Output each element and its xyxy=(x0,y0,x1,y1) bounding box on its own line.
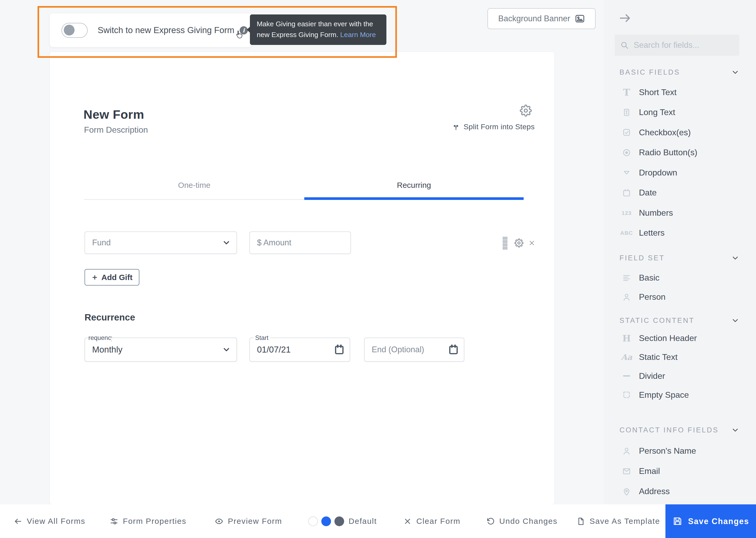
express-giving-toggle-card: Switch to new Express Giving Form i xyxy=(50,13,252,47)
split-form-into-steps-button[interactable]: Split Form into Steps xyxy=(452,123,535,131)
plus-icon xyxy=(91,274,98,281)
sidebar-item-label: Empty Space xyxy=(639,390,689,400)
end-date-field[interactable]: End (Optional) xyxy=(364,338,464,362)
theme-dot-white[interactable] xyxy=(308,516,318,526)
x-icon xyxy=(403,517,412,526)
background-banner-button[interactable]: Background Banner xyxy=(488,8,595,29)
save-as-template-button[interactable]: Save As Template xyxy=(577,504,660,538)
sidebar-item-divider[interactable]: Divider xyxy=(621,367,739,386)
sidebar-item-label: Static Text xyxy=(639,352,678,362)
save-changes-button[interactable]: Save Changes xyxy=(665,504,756,538)
section-title: BASIC FIELDS xyxy=(620,68,680,77)
amount-input[interactable]: $ Amount xyxy=(249,232,351,254)
search-icon xyxy=(620,41,629,50)
short-text-icon: T xyxy=(621,87,633,97)
sidebar-item-checkbox-es[interactable]: Checkbox(es) xyxy=(621,123,739,143)
sidebar-section-field-set[interactable]: FIELD SET xyxy=(620,252,739,264)
view-all-forms-button[interactable]: View All Forms xyxy=(14,504,85,538)
search-input[interactable] xyxy=(634,40,734,50)
document-icon xyxy=(577,517,585,526)
tooltip-line-1: Make Giving easier than ever with the xyxy=(257,19,386,29)
save-changes-label: Save Changes xyxy=(688,517,749,526)
person-icon xyxy=(621,293,633,301)
form-description[interactable]: Form Description xyxy=(84,125,148,135)
drag-handle-icon[interactable] xyxy=(498,236,512,250)
sidebar-item-label: Numbers xyxy=(639,208,673,218)
sidebar-item-letters[interactable]: ABCLetters xyxy=(621,223,739,243)
end-date-placeholder: End (Optional) xyxy=(372,345,424,354)
divider-icon xyxy=(621,371,633,380)
calendar-icon[interactable] xyxy=(448,344,459,355)
sidebar-item-static-text[interactable]: AaStatic Text xyxy=(621,348,739,367)
frequency-label: Frequency xyxy=(89,334,112,342)
eye-icon xyxy=(215,517,223,526)
field-search xyxy=(615,35,739,56)
add-gift-button[interactable]: Add Gift xyxy=(84,269,139,286)
toolbar-item-label: Undo Changes xyxy=(499,517,557,526)
sidebar-item-radio-button-s[interactable]: Radio Button(s) xyxy=(621,143,739,163)
start-date-value: 01/07/21 xyxy=(257,345,291,355)
form-title[interactable]: New Form xyxy=(83,107,144,122)
tab-one-time[interactable]: One-time xyxy=(178,181,210,190)
sidebar-item-label: Dropdown xyxy=(639,168,677,178)
remove-gift-icon[interactable] xyxy=(528,239,536,247)
arrow-left-icon xyxy=(14,517,22,526)
sidebar-item-date[interactable]: Date xyxy=(621,183,739,203)
tab-recurring[interactable]: Recurring xyxy=(397,181,431,190)
chevron-down-icon xyxy=(223,239,230,247)
cursor-pointer-icon xyxy=(234,29,244,40)
sidebar-section-static-content[interactable]: STATIC CONTENT xyxy=(620,314,739,327)
sidebar-item-label: Person xyxy=(639,292,665,302)
chevron-down-icon xyxy=(731,426,739,434)
sidebar-item-empty-space[interactable]: Empty Space xyxy=(621,385,739,404)
checkbox-icon xyxy=(621,128,633,137)
recurrence-heading: Recurrence xyxy=(84,312,135,323)
calendar-icon[interactable] xyxy=(334,344,345,355)
toggle-knob xyxy=(64,25,74,35)
gift-settings-gear-icon[interactable] xyxy=(514,239,523,247)
sidebar-item-short-text[interactable]: TShort Text xyxy=(621,82,739,102)
preview-form-button[interactable]: Preview Form xyxy=(215,504,282,538)
form-properties-button[interactable]: Form Properties xyxy=(110,504,186,538)
undo-changes-button[interactable]: Undo Changes xyxy=(486,504,557,538)
sidebar-item-email[interactable]: Email xyxy=(621,461,739,481)
tooltip-line-2: new Express Giving Form. Learn More xyxy=(257,29,386,40)
sidebar-item-numbers[interactable]: 123Numbers xyxy=(621,203,739,223)
sidebar-item-label: Person's Name xyxy=(639,446,696,456)
form-settings-gear-icon[interactable] xyxy=(520,105,532,117)
theme-dot-dark[interactable] xyxy=(334,516,344,526)
toolbar-item-label: View All Forms xyxy=(27,517,85,526)
sidebar-section-basic-fields[interactable]: BASIC FIELDS xyxy=(620,66,739,78)
fund-select[interactable]: Fund xyxy=(84,232,237,254)
clear-form-button[interactable]: Clear Form xyxy=(403,504,460,538)
sidebar-item-label: Basic xyxy=(639,273,659,283)
chevron-down-icon xyxy=(731,317,739,324)
theme-dot-blue[interactable] xyxy=(321,516,331,526)
sidebar-item-long-text[interactable]: Long Text xyxy=(621,102,739,123)
color-dots-icon xyxy=(308,516,344,526)
sliders-icon xyxy=(110,517,118,526)
sidebar-item-label: Radio Button(s) xyxy=(639,148,697,157)
sidebar-item-dropdown[interactable]: Dropdown xyxy=(621,163,739,183)
chevron-down-icon xyxy=(731,68,739,76)
toolbar-item-label: Preview Form xyxy=(228,517,282,526)
sidebar-item-person-s-name[interactable]: Person's Name xyxy=(621,441,739,461)
toolbar-item-label: Default xyxy=(349,517,377,526)
collapse-sidebar-arrow-icon[interactable] xyxy=(618,12,632,25)
dropdown-icon xyxy=(621,168,633,177)
sidebar-item-address[interactable]: Address xyxy=(621,481,739,502)
express-tooltip: Make Giving easier than ever with the ne… xyxy=(250,15,386,45)
start-label: Start xyxy=(254,334,270,342)
toolbar-item-label: Clear Form xyxy=(416,517,460,526)
default-button[interactable]: Default xyxy=(308,504,377,538)
frequency-select[interactable]: Frequency Monthly xyxy=(84,338,237,362)
long-text-icon xyxy=(621,108,633,117)
express-giving-toggle[interactable] xyxy=(62,23,88,38)
start-date-field[interactable]: Start 01/07/21 xyxy=(249,338,350,362)
sidebar-item-label: Checkbox(es) xyxy=(639,128,691,137)
sidebar-item-basic[interactable]: Basic xyxy=(621,268,739,288)
sidebar-item-person[interactable]: Person xyxy=(621,288,739,306)
learn-more-link[interactable]: Learn More xyxy=(340,31,376,39)
sidebar-section-contact-info-fields[interactable]: CONTACT INFO FIELDS xyxy=(620,424,739,436)
sidebar-item-section-header[interactable]: HSection Header xyxy=(621,329,739,348)
